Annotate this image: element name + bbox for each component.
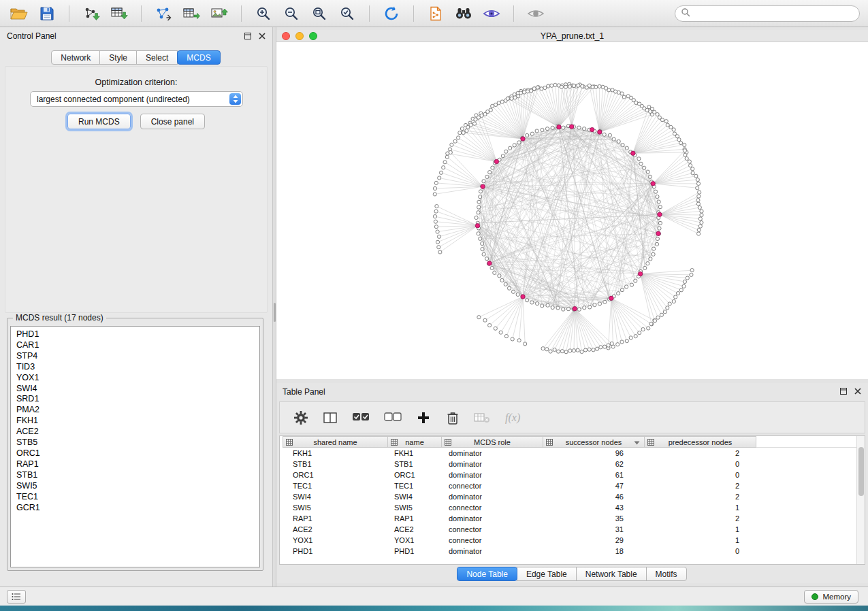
zoom-out-icon[interactable] (280, 3, 302, 24)
float-panel-icon[interactable] (244, 32, 251, 39)
table-row[interactable]: ORC1ORC1dominator610 (280, 469, 865, 480)
tab-motifs[interactable]: Motifs (646, 567, 687, 581)
table-cell[interactable]: SWI5 (389, 503, 443, 512)
select-all-columns-icon[interactable] (351, 409, 371, 427)
table-cell[interactable]: 29 (545, 536, 647, 544)
zoom-fit-icon[interactable] (308, 3, 330, 24)
visibility-eye-icon[interactable] (525, 3, 547, 24)
table-cell[interactable]: STB1 (389, 460, 443, 468)
table-cell[interactable]: SWI4 (283, 493, 389, 501)
column-header-successor-nodes[interactable]: successor nodes (543, 436, 645, 448)
mcds-result-item[interactable]: YOX1 (16, 373, 259, 384)
table-cell[interactable]: 47 (545, 482, 647, 490)
new-network-icon[interactable] (152, 3, 174, 24)
close-panel-icon[interactable] (258, 32, 266, 39)
splitter-grip[interactable] (274, 303, 276, 322)
table-cell[interactable]: YOX1 (389, 536, 443, 544)
table-cell[interactable]: 1 (647, 525, 760, 533)
export-table-icon[interactable] (180, 3, 202, 24)
share-document-icon[interactable] (425, 3, 447, 24)
table-row[interactable]: RAP1RAP1dominator352 (280, 513, 865, 524)
tab-mcds[interactable]: MCDS (177, 50, 220, 65)
mcds-result-item[interactable]: PMA2 (16, 405, 259, 416)
tab-edge-table[interactable]: Edge Table (517, 567, 577, 581)
table-settings-gear-icon[interactable] (292, 409, 310, 427)
table-cell[interactable]: ACE2 (389, 525, 443, 533)
zoom-in-icon[interactable] (253, 3, 274, 24)
table-cell[interactable]: YOX1 (283, 536, 389, 544)
table-cell[interactable]: dominator (443, 547, 545, 555)
close-table-panel-icon[interactable] (854, 387, 861, 395)
mcds-result-item[interactable]: STP4 (16, 351, 259, 362)
tab-select[interactable]: Select (136, 50, 178, 65)
table-cell[interactable]: SWI4 (389, 493, 443, 501)
column-header-mcds-role[interactable]: MCDS role (441, 436, 543, 448)
tab-network[interactable]: Network (51, 50, 100, 65)
table-cell[interactable]: PHD1 (389, 547, 443, 555)
table-cell[interactable]: dominator (443, 449, 545, 457)
table-cell[interactable]: FKH1 (389, 449, 443, 457)
tab-node-table[interactable]: Node Table (457, 567, 517, 581)
table-cell[interactable]: 18 (545, 547, 647, 555)
table-row[interactable]: FKH1FKH1dominator962 (280, 448, 865, 459)
mcds-result-item[interactable]: PHD1 (16, 329, 259, 340)
show-columns-icon[interactable] (321, 409, 339, 427)
table-cell[interactable]: FKH1 (283, 449, 389, 457)
mcds-result-list[interactable]: PHD1CAR1STP4TID3YOX1SWI4SRD1PMA2FKH1ACE2… (10, 326, 260, 567)
mcds-result-item[interactable]: ORC1 (16, 448, 259, 459)
memory-button[interactable]: Memory (804, 590, 858, 604)
mcds-result-item[interactable]: STB5 (16, 437, 259, 448)
table-row[interactable]: TEC1TEC1connector472 (280, 480, 865, 491)
mcds-result-item[interactable]: ACE2 (16, 427, 259, 437)
mcds-result-item[interactable]: CAR1 (16, 340, 259, 351)
table-cell[interactable]: connector (443, 503, 545, 512)
table-cell[interactable]: TEC1 (283, 482, 389, 490)
table-cell[interactable]: 96 (545, 449, 647, 457)
table-cell[interactable]: 0 (647, 547, 760, 555)
column-header-shared-name[interactable]: shared name (283, 436, 388, 448)
table-cell[interactable]: 2 (647, 493, 760, 501)
close-panel-button[interactable]: Close panel (140, 114, 205, 129)
delete-column-icon[interactable] (444, 409, 462, 427)
table-cell[interactable]: ORC1 (389, 471, 443, 479)
table-cell[interactable]: 61 (545, 471, 647, 479)
mcds-result-item[interactable]: SWI5 (16, 481, 259, 492)
mcds-result-item[interactable]: TID3 (16, 362, 259, 373)
network-canvas[interactable] (276, 42, 868, 379)
network-window-titlebar[interactable]: YPA_prune.txt_1 (276, 30, 868, 42)
style-preview-eye-icon[interactable] (481, 3, 502, 24)
table-cell[interactable]: 1 (647, 503, 760, 512)
table-cell[interactable]: 0 (647, 471, 760, 479)
binoculars-icon[interactable] (453, 3, 475, 24)
search-input[interactable] (694, 9, 854, 18)
search-box[interactable] (675, 5, 860, 22)
table-cell[interactable]: PHD1 (283, 547, 389, 555)
table-cell[interactable]: 2 (647, 482, 760, 490)
table-cell[interactable]: ACE2 (283, 525, 389, 533)
tab-network-table[interactable]: Network Table (576, 567, 647, 581)
table-row[interactable]: ACE2ACE2connector311 (280, 524, 865, 535)
network-graph[interactable] (276, 42, 868, 379)
table-cell[interactable]: TEC1 (389, 482, 443, 490)
table-cell[interactable]: SWI5 (283, 503, 389, 512)
table-cell[interactable]: RAP1 (389, 514, 443, 523)
optimization-criterion-select[interactable]: largest connected component (undirected) (30, 91, 243, 107)
table-cell[interactable]: 2 (647, 514, 760, 523)
mcds-result-item[interactable]: GCR1 (16, 503, 259, 514)
mcds-result-item[interactable]: TEC1 (16, 492, 259, 503)
zoom-selected-icon[interactable] (336, 3, 358, 24)
mcds-result-item[interactable]: STB1 (16, 470, 259, 481)
mcds-result-item[interactable]: SRD1 (16, 394, 259, 405)
table-scrollbar-thumb[interactable] (858, 447, 864, 496)
table-cell[interactable]: 1 (647, 536, 760, 544)
table-cell[interactable]: 43 (545, 503, 647, 512)
column-header-name[interactable]: name (387, 436, 442, 448)
table-cell[interactable]: 31 (545, 525, 647, 533)
table-row[interactable]: SWI5SWI5connector431 (280, 502, 865, 513)
export-image-icon[interactable] (208, 3, 230, 24)
save-icon[interactable] (36, 3, 58, 24)
mcds-result-item[interactable]: FKH1 (16, 416, 259, 427)
table-row[interactable]: STB1STB1dominator620 (280, 459, 865, 469)
table-cell[interactable]: dominator (443, 460, 545, 468)
float-table-panel-icon[interactable] (839, 387, 847, 395)
